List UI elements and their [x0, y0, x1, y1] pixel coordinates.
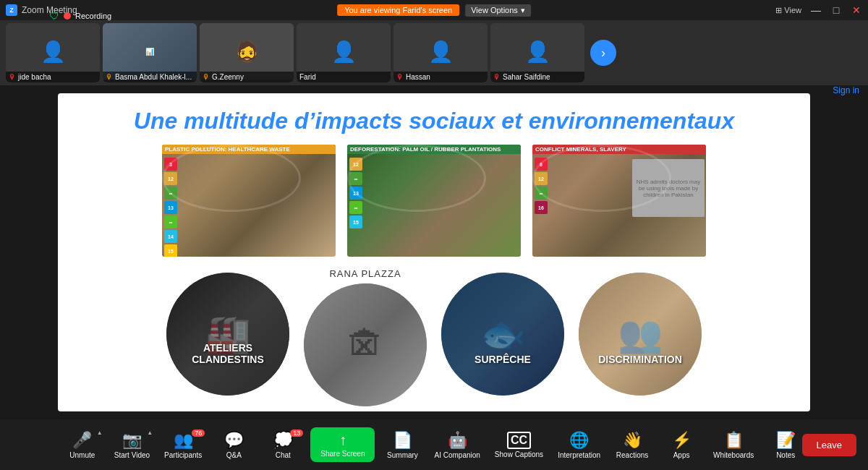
participant-name: Basma Abdul Khalek-l...	[115, 73, 192, 81]
share-screen-button[interactable]: ↑ Share Screen	[310, 427, 375, 462]
unmute-arrow: ▲	[97, 430, 103, 436]
reactions-label: Reactions	[616, 451, 648, 459]
ai-companion-icon: 🤖	[448, 431, 467, 450]
main-content-area: Une multitude d’impacts sociaux et envir…	[0, 85, 868, 419]
unmute-label: Unmute	[69, 451, 95, 459]
interpretation-button[interactable]: 🌐 Interpretation	[553, 428, 605, 462]
maximize-button[interactable]: □	[830, 4, 842, 16]
summary-button[interactable]: 📄 Summary	[380, 428, 424, 462]
participant-name: Farid	[299, 73, 316, 81]
whiteboards-icon: 📋	[724, 431, 744, 450]
circle-photo-ateliers: 🏭 ATELIERS CLANDESTINS	[166, 273, 289, 396]
summary-label: Summary	[387, 451, 418, 459]
participant-name-bar: 🎙 Hassan	[393, 72, 488, 82]
title-bar: Z Zoom Meeting You are viewing Farid's s…	[0, 0, 868, 20]
slide-container: Une multitude d’impacts sociaux et envir…	[58, 93, 810, 411]
shield-icon: 🛡	[49, 10, 59, 22]
title-center-area: You are viewing Farid's screen View Opti…	[337, 4, 531, 17]
viewing-banner: You are viewing Farid's screen	[337, 4, 459, 16]
whiteboards-button[interactable]: 📋 Whiteboards	[709, 428, 758, 462]
participant-tile-sahar[interactable]: 👤 🎙 Sahar Saifdine	[490, 23, 584, 82]
chat-label: Chat	[276, 451, 291, 459]
mic-icon: 🎙	[203, 73, 210, 81]
reactions-button[interactable]: 👋 Reactions	[610, 428, 654, 462]
unmute-icon: 🎤	[72, 431, 92, 450]
circle-label-surpeche: SURPÊCHE	[475, 354, 531, 365]
interpretation-icon: 🌐	[569, 431, 589, 450]
participant-tile-hassan[interactable]: 👤 🎙 Hassan	[393, 23, 488, 82]
toolbar: 🎤 Unmute ▲ 📷 Start Video ▲ 👥 Participant…	[0, 419, 868, 470]
circle-above-label-rana: RANA PLAZZA	[329, 268, 401, 279]
circle-rana: RANA PLAZZA 🏚	[304, 268, 427, 406]
chat-button[interactable]: 💭 Chat 13	[261, 428, 305, 462]
circle-label-discrimination: DISCRIMINATION	[598, 354, 682, 365]
share-screen-icon: ↑	[339, 432, 346, 448]
slide-image-plastic: PLASTIC POLLUTION: HEALTHCARE WASTE 3 12…	[162, 145, 336, 257]
show-captions-label: Show Captions	[495, 450, 543, 458]
leave-button[interactable]: Leave	[802, 434, 856, 456]
circle-label-ateliers: ATELIERS CLANDESTINS	[192, 342, 264, 365]
slide-title: Une multitude d’impacts sociaux et envir…	[58, 93, 810, 145]
participant-tile-basma[interactable]: 📊 🎙 Basma Abdul Khalek-l...	[103, 23, 197, 82]
notes-button[interactable]: 📝 Notes	[764, 428, 807, 462]
qa-label: Q&A	[226, 451, 242, 459]
recording-dot	[64, 12, 71, 20]
zoom-logo: Z	[6, 4, 17, 16]
notes-label: Notes	[776, 451, 795, 459]
circle-photo-surpeche: 🐟 SURPÊCHE	[441, 273, 564, 396]
start-video-button[interactable]: 📷 Start Video ▲	[110, 428, 154, 462]
participants-button[interactable]: 👥 Participants 76	[160, 428, 206, 462]
notes-icon: 📝	[776, 431, 796, 450]
reactions-icon: 👋	[623, 431, 642, 450]
apps-button[interactable]: ⚡ Apps	[660, 428, 703, 462]
circle-discrimination: 👥 DISCRIMINATION	[579, 268, 702, 396]
show-captions-button[interactable]: CC Show Captions	[490, 429, 548, 461]
participant-name-bar: 🎙 jide bacha	[6, 72, 100, 82]
whiteboards-label: Whiteboards	[713, 451, 754, 459]
close-button[interactable]: ✕	[851, 4, 862, 16]
ai-companion-label: AI Companion	[434, 451, 480, 459]
qa-button[interactable]: 💬 Q&A	[212, 428, 255, 462]
participant-name-bar: 🎙 Basma Abdul Khalek-l...	[103, 72, 197, 82]
ai-companion-button[interactable]: 🤖 AI Companion	[430, 428, 484, 462]
show-captions-icon: CC	[507, 432, 531, 449]
start-video-icon: 📷	[122, 431, 142, 450]
participant-name-bar: Farid	[297, 72, 391, 82]
participant-tile-farid[interactable]: 👤 Farid	[297, 23, 391, 82]
unmute-button[interactable]: 🎤 Unmute ▲	[61, 428, 104, 462]
participants-badge: 76	[192, 430, 205, 437]
participant-name-bar: 🎙 G.Zeenny	[200, 72, 294, 82]
qa-icon: 💬	[224, 431, 244, 450]
participant-tile-gzeenny[interactable]: 🧔 🎙 G.Zeenny	[200, 23, 294, 82]
slide-image-conflict: CONFLICT MINERALS, SLAVERY 8 12 ∞ 16 NHS…	[532, 145, 706, 257]
title-right-area: ⊞ View — □ ✕	[775, 4, 862, 16]
start-video-arrow: ▲	[147, 430, 153, 436]
participant-name: G.Zeenny	[212, 73, 244, 81]
minimize-button[interactable]: —	[810, 4, 822, 16]
participant-name: Hassan	[406, 73, 430, 81]
participant-name-bar: 🎙 Sahar Saifdine	[490, 72, 584, 82]
circle-photo-rana: 🏚	[304, 283, 427, 406]
circle-surpeche: 🐟 SURPÊCHE	[441, 268, 564, 396]
apps-icon: ⚡	[672, 431, 692, 450]
sign-in-button[interactable]: Sign in	[833, 85, 859, 95]
view-options-button[interactable]: View Options ▾	[465, 4, 531, 17]
apps-label: Apps	[673, 451, 690, 459]
start-video-label: Start Video	[114, 451, 150, 459]
circle-photo-discrimination: 👥 DISCRIMINATION	[579, 273, 702, 396]
participant-tile-jide[interactable]: 👤 🎙 jide bacha	[6, 23, 100, 82]
mic-icon: 🎙	[106, 73, 113, 81]
participants-label: Participants	[164, 451, 202, 459]
mic-icon: 🎙	[493, 73, 501, 81]
participant-name: Sahar Saifdine	[503, 73, 550, 81]
more-participants-button[interactable]: ›	[590, 40, 616, 66]
interpretation-label: Interpretation	[558, 451, 600, 459]
participants-icon: 👥	[174, 431, 193, 450]
slide-circles-row: 🏭 ATELIERS CLANDESTINS RANA PLAZZA 🏚	[58, 268, 810, 406]
participants-bar: 👤 🎙 jide bacha 📊 🎙 Basma Abdul Khalek-l.…	[0, 20, 868, 85]
recording-label: Recording	[75, 12, 111, 20]
participant-name: jide bacha	[18, 73, 51, 81]
recording-indicator: 🛡 Recording	[49, 10, 111, 22]
view-button[interactable]: ⊞ View	[775, 6, 801, 15]
share-screen-label: Share Screen	[320, 450, 365, 458]
